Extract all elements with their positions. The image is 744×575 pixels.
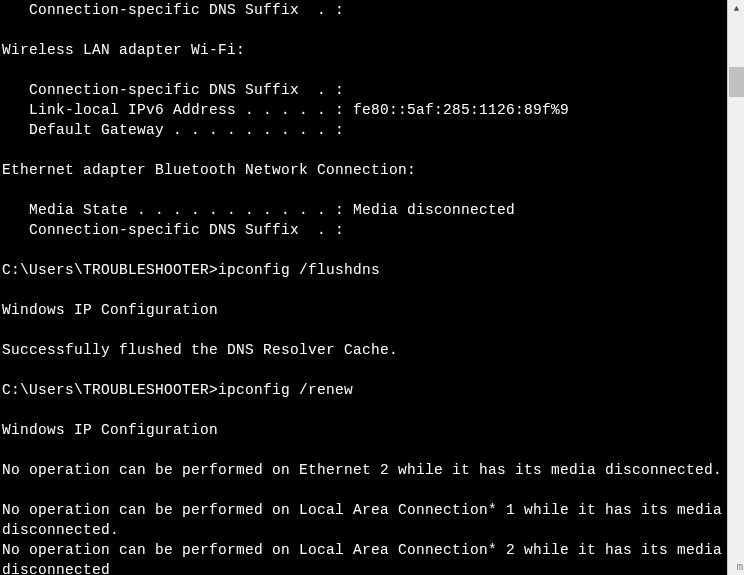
- terminal-line: No operation can be performed on Etherne…: [0, 460, 727, 480]
- terminal-line: [0, 20, 727, 40]
- terminal-line: [0, 140, 727, 160]
- vertical-scrollbar[interactable]: ▲: [727, 0, 744, 575]
- corner-character: m: [736, 560, 743, 573]
- terminal-line: [0, 320, 727, 340]
- terminal-line: Wireless LAN adapter Wi-Fi:: [0, 40, 727, 60]
- terminal-line: Link-local IPv6 Address . . . . . : fe80…: [0, 100, 727, 120]
- terminal-line: Windows IP Configuration: [0, 300, 727, 320]
- terminal-window: Connection-specific DNS Suffix . : Wirel…: [0, 0, 744, 575]
- terminal-line: [0, 280, 727, 300]
- terminal-line: Successfully flushed the DNS Resolver Ca…: [0, 340, 727, 360]
- terminal-line: No operation can be performed on Local A…: [0, 500, 727, 540]
- terminal-line: Connection-specific DNS Suffix . :: [0, 0, 727, 20]
- terminal-line: Default Gateway . . . . . . . . . :: [0, 120, 727, 140]
- terminal-line: Windows IP Configuration: [0, 420, 727, 440]
- terminal-line: Connection-specific DNS Suffix . :: [0, 220, 727, 240]
- terminal-line: Connection-specific DNS Suffix . :: [0, 80, 727, 100]
- terminal-line: C:\Users\TROUBLESHOOTER>ipconfig /flushd…: [0, 260, 727, 280]
- terminal-line: [0, 360, 727, 380]
- terminal-line: [0, 400, 727, 420]
- terminal-line: Ethernet adapter Bluetooth Network Conne…: [0, 160, 727, 180]
- terminal-line: C:\Users\TROUBLESHOOTER>ipconfig /renew: [0, 380, 727, 400]
- terminal-line: Media State . . . . . . . . . . . : Medi…: [0, 200, 727, 220]
- scroll-track[interactable]: [728, 17, 744, 575]
- terminal-line: [0, 480, 727, 500]
- terminal-line: No operation can be performed on Local A…: [0, 540, 727, 575]
- terminal-line: [0, 180, 727, 200]
- terminal-line: [0, 440, 727, 460]
- scroll-up-arrow-icon[interactable]: ▲: [728, 0, 744, 17]
- terminal-line: [0, 60, 727, 80]
- scroll-thumb[interactable]: [729, 67, 744, 97]
- terminal-output[interactable]: Connection-specific DNS Suffix . : Wirel…: [0, 0, 727, 575]
- terminal-line: [0, 240, 727, 260]
